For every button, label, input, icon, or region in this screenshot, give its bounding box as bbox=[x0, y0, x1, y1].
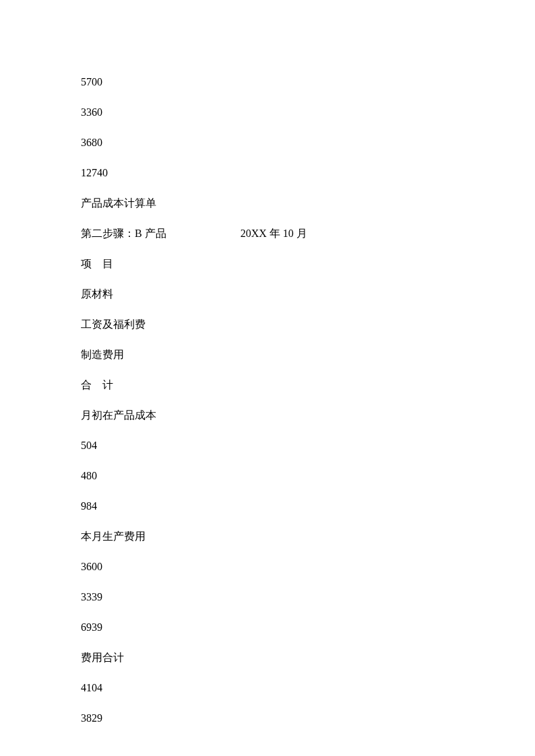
value-line: 12740 bbox=[81, 165, 454, 181]
category-manufacturing: 制造费用 bbox=[81, 347, 454, 363]
document-title: 产品成本计算单 bbox=[81, 195, 454, 211]
step-label: 第二步骤：B 产品 bbox=[81, 226, 166, 242]
value-line: 504 bbox=[81, 438, 454, 454]
value-line: 3339 bbox=[81, 589, 454, 605]
opening-wip-label: 月初在产品成本 bbox=[81, 407, 454, 423]
category-raw-material: 原材料 bbox=[81, 286, 454, 302]
value-line: 6939 bbox=[81, 619, 454, 635]
value-line: 3360 bbox=[81, 104, 454, 121]
cost-total-label: 费用合计 bbox=[81, 650, 454, 666]
category-total: 合 计 bbox=[81, 377, 454, 393]
value-line: 5700 bbox=[81, 74, 454, 90]
step-date: 20XX 年 10 月 bbox=[241, 226, 307, 242]
value-line: 3829 bbox=[81, 710, 454, 726]
value-line: 3600 bbox=[81, 559, 454, 575]
item-header: 项 目 bbox=[81, 256, 454, 272]
step-info-line: 第二步骤：B 产品 20XX 年 10 月 bbox=[81, 226, 454, 242]
value-line: 3680 bbox=[81, 135, 454, 151]
value-line: 4104 bbox=[81, 680, 454, 696]
value-line: 480 bbox=[81, 468, 454, 484]
value-line: 984 bbox=[81, 498, 454, 514]
current-month-label: 本月生产费用 bbox=[81, 528, 454, 545]
category-wages: 工资及福利费 bbox=[81, 316, 454, 333]
